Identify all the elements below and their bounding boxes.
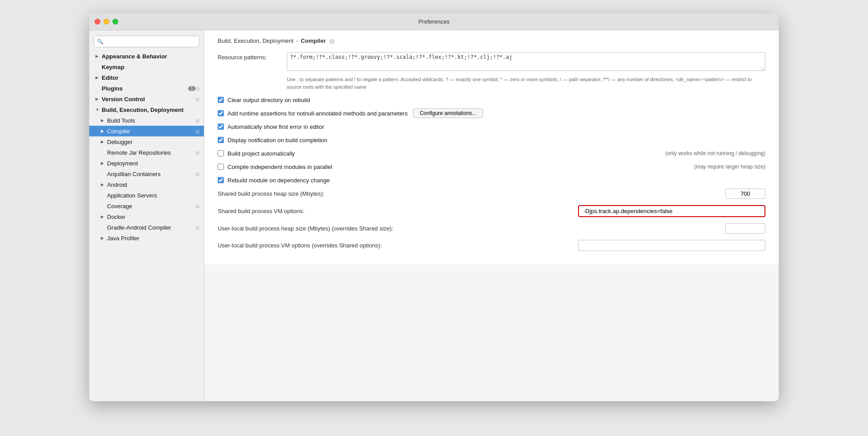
sidebar-item-label: Arquillian Containers: [107, 171, 195, 177]
build-project-auto-label: Build project automatically: [227, 150, 295, 157]
minimize-button[interactable]: [103, 19, 109, 25]
page-icon: ▤: [195, 86, 199, 91]
chevron-right-icon: ▶: [101, 236, 105, 240]
chevron-right-icon: ▶: [95, 97, 100, 101]
resource-patterns-hint: Use ; to separate patterns and ! to nega…: [287, 76, 765, 90]
sidebar-item-docker[interactable]: ▶ Docker: [89, 211, 204, 222]
sidebar-item-label: Editor: [102, 74, 199, 81]
rebuild-module-checkbox[interactable]: [218, 177, 224, 183]
rebuild-module-label: Rebuild module on dependency change: [227, 177, 330, 184]
page-icon: ▤: [195, 118, 199, 123]
sidebar-item-label: Build, Execution, Deployment: [102, 107, 199, 113]
checkbox-add-runtime-assertions: Add runtime assertions for notnull-annot…: [218, 108, 765, 118]
add-runtime-assertions-checkbox[interactable]: [218, 110, 224, 116]
breadcrumb-part1: Build, Execution, Deployment: [218, 37, 293, 44]
sidebar-item-coverage[interactable]: Coverage ▤: [89, 201, 204, 211]
plugins-badge: 1: [188, 86, 195, 91]
close-button[interactable]: [95, 19, 100, 25]
sidebar-item-label: Docker: [107, 214, 199, 220]
shared-vm-input[interactable]: [578, 205, 765, 217]
user-vm-label: User-local build process VM options (ove…: [218, 242, 578, 249]
clear-output-label: Clear output directory on rebuild: [227, 97, 310, 103]
page-icon: ▤: [195, 225, 199, 230]
resource-patterns-input[interactable]: [287, 52, 765, 71]
auto-show-first-error-checkbox[interactable]: [218, 123, 224, 130]
breadcrumb-page-icon: ▤: [330, 38, 335, 44]
user-heap-label: User-local build process heap size (Mbyt…: [218, 225, 725, 232]
sidebar-item-label: Android: [107, 181, 199, 188]
resize-handle-icon[interactable]: ⤡: [761, 66, 765, 71]
page-icon: ▤: [195, 150, 199, 155]
main-panel: Build, Execution, Deployment › Compiler …: [204, 30, 779, 264]
chevron-right-icon: ▶: [101, 161, 105, 165]
maximize-button[interactable]: [112, 19, 118, 25]
breadcrumb-part2: Compiler: [301, 37, 326, 44]
configure-annotations-button[interactable]: Configure annotations...: [413, 108, 483, 118]
checkbox-display-notification: Display notification on build completion: [218, 135, 765, 145]
chevron-right-icon: ▶: [101, 118, 105, 123]
page-icon: ▤: [195, 204, 199, 209]
page-icon: ▤: [195, 172, 199, 177]
shared-vm-row: Shared build process VM options:: [218, 205, 765, 217]
sidebar: 🔍 ▶ Appearance & Behavior Keymap ▶ Edito…: [89, 30, 204, 401]
user-heap-row: User-local build process heap size (Mbyt…: [218, 223, 765, 234]
chevron-down-icon: ▼: [95, 107, 100, 112]
sidebar-item-editor[interactable]: ▶ Editor: [89, 72, 204, 83]
chevron-right-icon: ▶: [101, 140, 105, 144]
shared-vm-label: Shared build process VM options:: [218, 208, 578, 214]
shared-heap-row: Shared build process heap size (Mbytes):: [218, 189, 765, 199]
sidebar-item-application-servers[interactable]: Application Servers: [89, 190, 204, 201]
breadcrumb: Build, Execution, Deployment › Compiler …: [218, 37, 765, 44]
traffic-lights: [95, 19, 118, 25]
checkbox-auto-show-first-error: Automatically show first error in editor: [218, 122, 765, 132]
breadcrumb-separator: ›: [296, 37, 298, 44]
compile-independent-label: Compile independent modules in parallel: [227, 164, 332, 170]
sidebar-item-label: Version Control: [102, 96, 195, 103]
sidebar-item-deployment[interactable]: ▶ Deployment: [89, 158, 204, 169]
build-project-auto-note: (only works while not running / debuggin…: [656, 150, 765, 156]
sidebar-item-gradle-android-compiler[interactable]: Gradle-Android Compiler ▤: [89, 222, 204, 233]
sidebar-item-arquillian-containers[interactable]: Arquillian Containers ▤: [89, 169, 204, 179]
user-vm-row: User-local build process VM options (ove…: [218, 240, 765, 251]
sidebar-item-debugger[interactable]: ▶ Debugger: [89, 136, 204, 147]
window-title: Preferences: [418, 18, 450, 25]
chevron-right-icon: ▶: [101, 214, 105, 219]
sidebar-item-label: Remote Jar Repositories: [107, 149, 195, 156]
chevron-right-icon: ▶: [95, 54, 100, 58]
sidebar-item-compiler[interactable]: ▶ Compiler ▤: [89, 126, 204, 136]
sidebar-item-plugins[interactable]: Plugins 1 ▤: [89, 83, 204, 94]
sidebar-item-appearance-behavior[interactable]: ▶ Appearance & Behavior: [89, 51, 204, 62]
display-notification-label: Display notification on build completion: [227, 137, 327, 144]
chevron-right-icon: ▶: [101, 129, 105, 133]
search-input[interactable]: [94, 36, 199, 47]
sidebar-item-android[interactable]: ▶ Android: [89, 179, 204, 190]
resource-patterns-row: Resource patterns: ⤡: [218, 52, 765, 72]
sidebar-item-remote-jar-repositories[interactable]: Remote Jar Repositories ▤: [89, 147, 204, 158]
sidebar-item-label: Deployment: [107, 160, 199, 167]
user-heap-input[interactable]: [725, 223, 765, 234]
shared-heap-input[interactable]: [725, 189, 765, 199]
user-vm-input[interactable]: [578, 240, 765, 251]
sidebar-item-java-profiler[interactable]: ▶ Java Profiler: [89, 233, 204, 243]
sidebar-item-label: Coverage: [107, 203, 195, 210]
display-notification-checkbox[interactable]: [218, 137, 224, 143]
sidebar-item-label: Build Tools: [107, 117, 195, 124]
sidebar-item-label: Gradle-Android Compiler: [107, 224, 195, 231]
auto-show-first-error-label: Automatically show first error in editor: [227, 123, 324, 130]
sidebar-item-build-tools[interactable]: ▶ Build Tools ▤: [89, 115, 204, 126]
compile-independent-checkbox[interactable]: [218, 164, 224, 170]
chevron-right-icon: ▶: [101, 182, 105, 187]
sidebar-item-label: Application Servers: [107, 192, 199, 199]
sidebar-item-label: Java Profiler: [107, 235, 199, 242]
resource-patterns-input-wrap: ⤡: [287, 52, 765, 72]
sidebar-item-label: Plugins: [102, 85, 186, 92]
clear-output-checkbox[interactable]: [218, 97, 224, 103]
sidebar-item-build-execution-deployment[interactable]: ▼ Build, Execution, Deployment: [89, 104, 204, 115]
sidebar-item-version-control[interactable]: ▶ Version Control ▤: [89, 94, 204, 104]
sidebar-item-keymap[interactable]: Keymap: [89, 62, 204, 72]
sidebar-item-label: Debugger: [107, 139, 199, 145]
checkbox-clear-output: Clear output directory on rebuild: [218, 95, 765, 105]
titlebar: Preferences: [89, 13, 779, 30]
search-box[interactable]: 🔍: [94, 36, 199, 47]
build-project-auto-checkbox[interactable]: [218, 150, 224, 156]
